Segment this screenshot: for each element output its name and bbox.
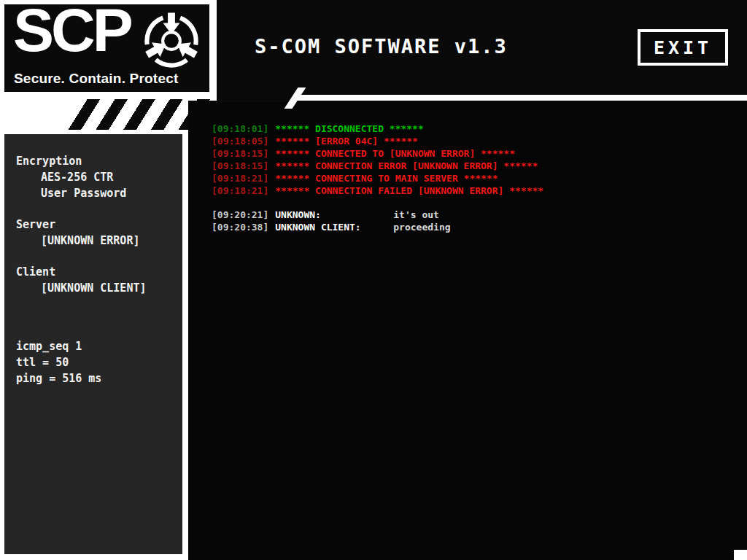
section-line: User Password xyxy=(16,185,182,201)
log-timestamp: [09:18:15] xyxy=(212,160,268,171)
chat-line: [09:20:21]UNKNOWN:it's out xyxy=(212,209,747,221)
terminal-log: [09:18:01]****** DISCONNECTED ****** [09… xyxy=(188,101,747,560)
scp-logo-panel: SCP Secure. Contain. Protect xyxy=(4,4,209,92)
sidebar: Encryption AES-256 CTR User Password Ser… xyxy=(4,134,182,554)
log-timestamp: [09:18:21] xyxy=(212,185,268,196)
section-heading: Server xyxy=(16,217,182,233)
section-line: AES-256 CTR xyxy=(16,169,182,185)
log-message: ****** CONNECTION FAILED [UNKNOWN ERROR]… xyxy=(275,185,543,196)
log-message: ****** [ERROR 04C] ****** xyxy=(275,136,418,147)
log-message: ****** CONNECTION ERROR [UNKNOWN ERROR] … xyxy=(275,160,538,171)
log-message: ****** CONNECTING TO MAIN SERVER ****** xyxy=(275,173,498,184)
sidebar-section-encryption: Encryption AES-256 CTR User Password xyxy=(16,153,182,201)
header-bar: S-COM SOFTWARE v1.3 EXIT xyxy=(217,0,747,95)
scom-app-window: SCP Secure. Contain. Protect S-COM SOFTW… xyxy=(0,0,747,560)
stat-ping: ping = 516 ms xyxy=(16,370,182,386)
sidebar-section-server: Server [UNKNOWN ERROR] xyxy=(16,217,182,249)
chat-timestamp: [09:20:38] xyxy=(212,222,268,233)
log-message: ****** DISCONNECTED ****** xyxy=(275,123,424,134)
section-heading: Encryption xyxy=(16,153,182,169)
stat-ttl: ttl = 50 xyxy=(16,354,182,370)
section-line: [UNKNOWN CLIENT] xyxy=(16,280,182,296)
log-timestamp: [09:18:01] xyxy=(212,123,268,134)
log-timestamp: [09:18:15] xyxy=(212,148,268,159)
log-line: [09:18:15]****** CONNECTED TO [UNKNOWN E… xyxy=(212,147,747,160)
log-timestamp: [09:18:05] xyxy=(212,136,268,147)
log-line: [09:18:05]****** [ERROR 04C] ****** xyxy=(212,135,747,147)
log-line: [09:18:21]****** CONNECTION FAILED [UNKN… xyxy=(212,184,747,197)
chat-log: [09:20:21]UNKNOWN:it's out [09:20:38]UNK… xyxy=(212,209,747,233)
sidebar-section-client: Client [UNKNOWN CLIENT] xyxy=(16,264,182,296)
log-line: [09:18:21]****** CONNECTING TO MAIN SERV… xyxy=(212,172,747,184)
chat-message: it's out xyxy=(393,209,439,220)
log-line: [09:18:01]****** DISCONNECTED ****** xyxy=(212,122,747,135)
section-line: [UNKNOWN ERROR] xyxy=(16,233,182,249)
chat-line: [09:20:38]UNKNOWN CLIENT:proceeding xyxy=(212,221,747,233)
scp-emblem-icon xyxy=(142,11,201,71)
stat-icmp-seq: icmp_seq 1 xyxy=(16,338,182,354)
scp-tagline: Secure. Contain. Protect xyxy=(14,71,178,87)
scp-wordmark: SCP xyxy=(13,4,131,61)
panel-connector xyxy=(217,93,294,102)
app-title: S-COM SOFTWARE v1.3 xyxy=(255,35,508,58)
system-log: [09:18:01]****** DISCONNECTED ****** [09… xyxy=(212,122,747,197)
log-timestamp: [09:18:21] xyxy=(212,173,268,184)
chat-sender: UNKNOWN: xyxy=(275,209,393,221)
log-line: [09:18:15]****** CONNECTION ERROR [UNKNO… xyxy=(212,160,747,172)
corner-notch xyxy=(734,550,747,560)
exit-button[interactable]: EXIT xyxy=(638,29,728,66)
chat-timestamp: [09:20:21] xyxy=(212,209,268,220)
chat-message: proceeding xyxy=(393,222,450,233)
connection-stats: icmp_seq 1 ttl = 50 ping = 516 ms xyxy=(16,338,182,386)
chat-sender: UNKNOWN CLIENT: xyxy=(275,221,393,233)
section-heading: Client xyxy=(16,264,182,280)
log-message: ****** CONNECTED TO [UNKNOWN ERROR] ****… xyxy=(275,148,515,159)
